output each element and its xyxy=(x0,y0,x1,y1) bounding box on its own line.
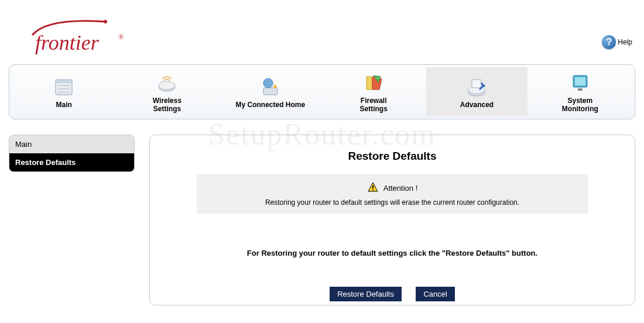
router-icon xyxy=(155,71,179,94)
nav-tab-main[interactable]: Main xyxy=(13,67,114,116)
instruction-text: For Restoring your router to default set… xyxy=(167,249,617,257)
monitor-icon xyxy=(568,71,592,94)
svg-rect-10 xyxy=(263,88,278,95)
attention-label: Attention ! xyxy=(383,184,418,193)
button-row: Restore Defaults Cancel xyxy=(167,287,617,301)
nav-tab-wireless[interactable]: Wireless Settings xyxy=(117,67,217,116)
svg-rect-4 xyxy=(56,80,72,83)
brand-logo: frontier ® xyxy=(29,15,135,67)
nav-tab-advanced[interactable]: Advanced xyxy=(426,67,527,116)
page-title: Restore Defaults xyxy=(167,150,617,163)
nav-tab-firewall[interactable]: Firewall Settings xyxy=(323,67,424,116)
attention-text: Restoring your router to default setting… xyxy=(208,198,576,207)
svg-point-11 xyxy=(263,78,273,88)
restore-defaults-button[interactable]: Restore Defaults xyxy=(330,287,402,301)
svg-rect-17 xyxy=(472,80,481,88)
nav-tab-label: Advanced xyxy=(460,101,494,109)
device-icon xyxy=(465,75,488,98)
sidebar-item-main[interactable]: Main xyxy=(9,135,134,153)
svg-rect-14 xyxy=(366,77,372,90)
question-icon: ? xyxy=(602,35,616,49)
svg-text:frontier: frontier xyxy=(35,31,100,54)
svg-rect-20 xyxy=(575,77,585,85)
help-label: Help xyxy=(618,38,632,46)
calendar-icon xyxy=(52,75,76,98)
shield-icon xyxy=(362,71,385,94)
help-link[interactable]: ? Help xyxy=(602,35,632,49)
svg-point-0 xyxy=(104,20,107,23)
globe-icon xyxy=(259,75,282,98)
content-panel: Restore Defaults Attention ! Restoring y… xyxy=(149,135,635,305)
nav-tab-label: My Connected Home xyxy=(235,101,305,109)
svg-point-23 xyxy=(372,190,374,191)
sidebar-item-restore-defaults[interactable]: Restore Defaults xyxy=(9,153,134,171)
nav-tab-label: System Monitoring xyxy=(562,97,598,114)
cancel-button[interactable]: Cancel xyxy=(416,287,454,301)
svg-rect-21 xyxy=(578,88,583,91)
nav-tab-label: Main xyxy=(56,101,71,109)
attention-header: Attention ! xyxy=(208,181,576,195)
svg-point-13 xyxy=(273,85,277,88)
nav-tab-label: Wireless Settings xyxy=(153,97,181,114)
svg-point-9 xyxy=(159,81,175,90)
nav-tab-connected-home[interactable]: My Connected Home xyxy=(220,67,321,116)
nav-tab-monitoring[interactable]: System Monitoring xyxy=(530,67,631,116)
warning-icon xyxy=(367,181,379,195)
svg-text:®: ® xyxy=(118,33,124,41)
sidebar: Main Restore Defaults xyxy=(9,135,135,172)
attention-box: Attention ! Restoring your router to def… xyxy=(197,174,588,214)
nav-tab-label: Firewall Settings xyxy=(359,97,387,114)
main-navigation: Main Wireless Settings My Connected Home xyxy=(9,64,635,119)
